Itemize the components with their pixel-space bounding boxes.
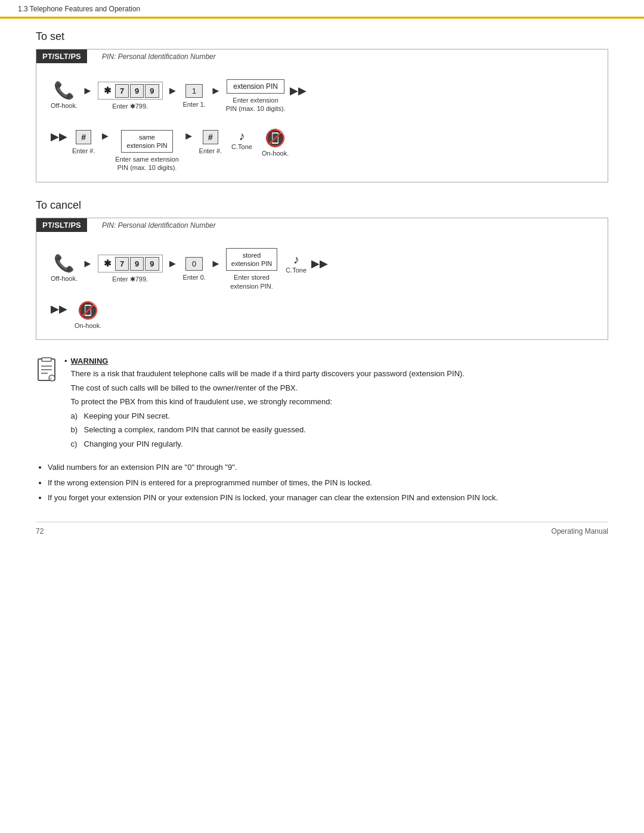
- note-icon: !: [36, 357, 57, 387]
- footer-manual: Operating Manual: [552, 527, 608, 535]
- arrow1: ►: [82, 85, 93, 97]
- warning-line2: The cost of such calls will be billed to…: [71, 382, 465, 394]
- to-set-box-label: PT/SLT/PS: [36, 49, 87, 63]
- alpha-list: a)Keeping your PIN secret. b)Selecting a…: [71, 410, 465, 450]
- cancel-key-9a: 9: [130, 257, 144, 271]
- key-1: 1: [185, 84, 203, 98]
- top-bar: 1.3 Telephone Features and Operation: [0, 0, 644, 18]
- cancel-step-onhook: 📵 On-hook.: [75, 302, 101, 330]
- cancel-offhook-icon: 📞: [54, 255, 75, 272]
- svg-rect-1: [42, 358, 51, 361]
- to-cancel-pin-label: PIN: Personal Identification Number: [102, 221, 216, 230]
- alpha-item-c: c)Changing your PIN regularly.: [71, 438, 465, 450]
- cancel-step-storedext: storedextension PIN Enter storedextensio…: [226, 248, 277, 290]
- warning-title: WARNING: [71, 357, 465, 366]
- bullet-dot: •: [64, 357, 67, 366]
- step-onhook: 📵 On-hook.: [262, 130, 289, 157]
- key-9b: 9: [145, 84, 159, 98]
- to-set-pin-label: PIN: Personal Identification Number: [102, 52, 216, 61]
- cancel-ctone-label: C.Tone: [286, 267, 306, 274]
- warning-line1: There is a risk that fraudulent telephon…: [71, 368, 465, 380]
- to-set-title: To set: [36, 30, 608, 43]
- cancel-key-group: ✱ 7 9 9: [98, 255, 163, 272]
- svg-text:!: !: [50, 376, 52, 382]
- offhook-icon: 📞: [54, 82, 75, 99]
- bullet-item-2: If the wrong extension PIN is entered fo…: [48, 477, 608, 489]
- cancel-key-star: ✱: [101, 256, 114, 271]
- cancel-arrow3: ►: [210, 258, 221, 270]
- step-star799: ✱ 7 9 9 Enter ✱799.: [98, 82, 163, 110]
- footer-page: 72: [36, 527, 44, 535]
- key-group-star799: ✱ 7 9 9: [98, 82, 163, 100]
- same-ext-pin-box: sameextension PIN: [121, 130, 172, 153]
- to-cancel-row1: 📞 Off-hook. ► ✱ 7 9 9 Enter ✱799. ►: [48, 248, 596, 290]
- arrow5: ►: [184, 130, 194, 143]
- footer: 72 Operating Manual: [36, 522, 608, 535]
- cancel-arrow2: ►: [168, 258, 178, 270]
- step-extpin: extension PIN Enter extensionPIN (max. 1…: [226, 79, 286, 113]
- cancel-step-star799: ✱ 7 9 9 Enter ✱799.: [98, 255, 163, 283]
- cancel-key-7: 7: [115, 257, 129, 271]
- bullet-list: Valid numbers for an extension PIN are "…: [48, 462, 608, 504]
- alpha-item-b: b)Selecting a complex, random PIN that c…: [71, 424, 465, 436]
- top-bar-text: 1.3 Telephone Features and Operation: [18, 5, 140, 13]
- key-7: 7: [115, 84, 129, 98]
- hash-key1: #: [76, 130, 91, 144]
- to-cancel-box-label: PT/SLT/PS: [36, 218, 87, 232]
- onhook-icon: 📵: [265, 130, 286, 147]
- arrow4: ►: [100, 130, 111, 143]
- double-arrow1: ▶▶: [290, 84, 306, 97]
- cancel-step-ctone: ♪ C.Tone: [286, 253, 306, 274]
- cancel-onhook-icon: 📵: [78, 302, 98, 319]
- music-note-icon: ♪: [239, 130, 245, 142]
- cancel-arrow1: ►: [82, 258, 93, 270]
- alpha-item-a: a)Keeping your PIN secret.: [71, 410, 465, 422]
- arrow2: ►: [168, 85, 178, 97]
- bullet-item-1: Valid numbers for an extension PIN are "…: [48, 462, 608, 473]
- step-cancel-offhook: 📞 Off-hook.: [51, 255, 78, 283]
- stored-ext-pin-box: storedextension PIN: [226, 248, 277, 271]
- to-cancel-title: To cancel: [36, 199, 608, 212]
- hash-key2: #: [203, 130, 218, 144]
- ctone-label: C.Tone: [231, 143, 252, 150]
- step-offhook: 📞 Off-hook.: [51, 82, 78, 110]
- double-arrow2: ▶▶: [51, 130, 67, 143]
- cancel-step-key0: 0 Enter 0.: [182, 257, 206, 281]
- to-set-section: To set PT/SLT/PS PIN: Personal Identific…: [36, 30, 608, 182]
- cancel-double-arrow1: ▶▶: [311, 257, 328, 270]
- warning-line3: To protect the PBX from this kind of fra…: [71, 396, 465, 408]
- key-0: 0: [185, 257, 203, 271]
- step-hash2: # Enter #.: [199, 130, 222, 155]
- to-cancel-section: To cancel PT/SLT/PS PIN: Personal Identi…: [36, 199, 608, 340]
- warning-section: ! • WARNING There is a risk that fraudul…: [36, 357, 608, 452]
- step-key1: 1 Enter 1.: [182, 84, 206, 109]
- to-cancel-diagram-box: PT/SLT/PS PIN: Personal Identification N…: [36, 218, 608, 340]
- warning-content: • WARNING There is a risk that fraudulen…: [64, 357, 608, 452]
- cancel-key-9b: 9: [145, 257, 159, 271]
- arrow3: ►: [210, 85, 221, 97]
- step-same-ext: sameextension PIN Enter same extensionPI…: [115, 130, 178, 172]
- to-set-diagram-box: PT/SLT/PS PIN: Personal Identification N…: [36, 49, 608, 182]
- cancel-double-arrow2: ▶▶: [51, 302, 67, 315]
- bullet-item-3: If you forget your extension PIN or your…: [48, 492, 608, 504]
- cancel-music-note-icon: ♪: [293, 253, 299, 265]
- key-star: ✱: [101, 83, 114, 98]
- step-hash1: # Enter #.: [72, 130, 95, 155]
- step-ctone: ♪ C.Tone: [231, 130, 252, 150]
- to-cancel-row2: ▶▶ 📵 On-hook.: [48, 302, 596, 330]
- key-9a: 9: [130, 84, 144, 98]
- to-set-row2: ▶▶ # Enter #. ► sameextension PIN Enter …: [48, 130, 596, 172]
- to-set-row1: 📞 Off-hook. ► ✱ 7 9 9 Enter ✱799. ►: [48, 79, 596, 113]
- ext-pin-box: extension PIN: [227, 79, 284, 94]
